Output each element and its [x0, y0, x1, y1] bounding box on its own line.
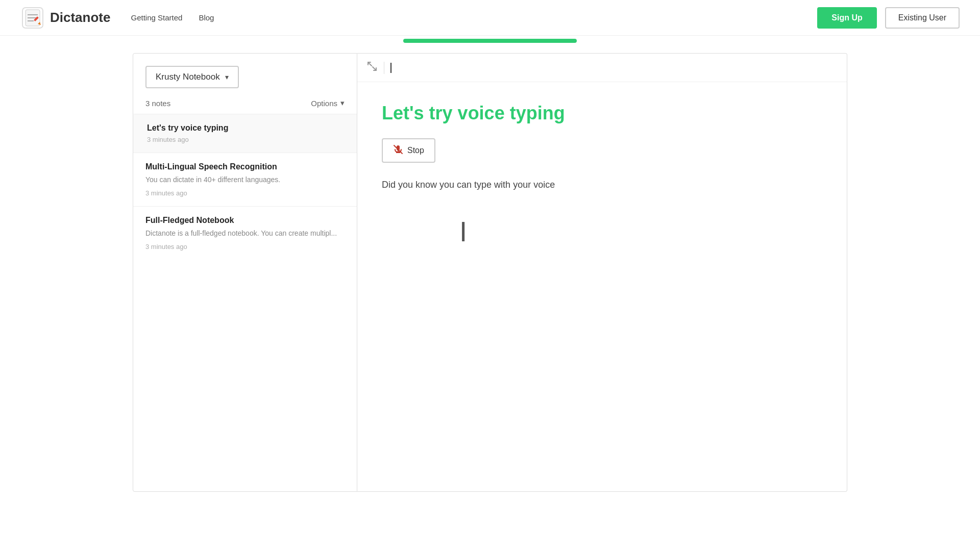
resize-icon[interactable]: [366, 61, 378, 74]
notebook-selector[interactable]: Krusty Notebook ▾: [145, 66, 239, 88]
main-header: Dictanote Getting Started Blog Sign Up E…: [0, 0, 980, 36]
cursor-blink: [390, 63, 391, 73]
note-title-1: Let's try voice typing: [147, 123, 345, 133]
main-layout: Krusty Notebook ▾ 3 notes Options ▾ Let'…: [133, 53, 847, 492]
header-right: Sign Up Existing User: [817, 7, 960, 29]
sidebar-meta: 3 notes Options ▾: [133, 88, 357, 114]
editor-area: Let's try voice typing Stop Did you know…: [357, 53, 847, 492]
signup-button[interactable]: Sign Up: [817, 7, 876, 29]
toolbar-divider: [384, 62, 384, 74]
options-button[interactable]: Options ▾: [311, 98, 345, 108]
note-preview-3: Dictanote is a full-fledged notebook. Yo…: [145, 228, 345, 239]
svg-line-7: [368, 62, 372, 66]
editor-content[interactable]: Let's try voice typing Stop Did you know…: [357, 82, 847, 491]
note-item-3[interactable]: Full-Fledged Notebook Dictanote is a ful…: [133, 206, 357, 260]
nav-links: Getting Started Blog: [131, 13, 214, 22]
logo-icon: [20, 6, 45, 30]
nav-getting-started[interactable]: Getting Started: [131, 13, 182, 22]
logo-text: Dictanote: [50, 10, 110, 26]
note-time-2: 3 minutes ago: [145, 189, 345, 197]
green-bar-container: [0, 36, 980, 48]
nav-blog[interactable]: Blog: [199, 13, 214, 22]
notebook-dropdown-arrow: ▾: [225, 73, 229, 81]
notebook-name: Krusty Notebook: [156, 72, 220, 82]
note-title-2: Multi-Lingual Speech Recognition: [145, 162, 345, 171]
note-heading: Let's try voice typing: [382, 103, 822, 124]
options-label: Options: [311, 99, 337, 108]
note-time-1: 3 minutes ago: [147, 136, 345, 143]
options-dropdown-arrow: ▾: [340, 98, 345, 108]
stop-button[interactable]: Stop: [382, 138, 435, 163]
green-progress-bar: [403, 39, 577, 43]
stop-button-label: Stop: [407, 146, 424, 155]
editor-toolbar: [357, 54, 847, 82]
note-item-2[interactable]: Multi-Lingual Speech Recognition You can…: [133, 153, 357, 206]
sidebar-header: Krusty Notebook ▾: [133, 54, 357, 88]
logo[interactable]: Dictanote: [20, 6, 110, 30]
note-time-3: 3 minutes ago: [145, 243, 345, 251]
existing-user-button[interactable]: Existing User: [885, 7, 960, 29]
text-cursor-ibeam: ┃: [458, 223, 468, 240]
stop-mic-icon: [393, 144, 403, 157]
svg-line-8: [373, 67, 376, 70]
cursor-area: ┃: [382, 193, 822, 254]
header-left: Dictanote Getting Started Blog: [20, 6, 214, 30]
note-item-1[interactable]: Let's try voice typing 3 minutes ago: [133, 114, 357, 153]
note-body-text: Did you know you can type with your voic…: [382, 177, 822, 193]
note-preview-2: You can dictate in 40+ different languag…: [145, 174, 345, 185]
sidebar: Krusty Notebook ▾ 3 notes Options ▾ Let'…: [133, 53, 357, 492]
note-title-3: Full-Fledged Notebook: [145, 216, 345, 225]
notes-count: 3 notes: [145, 99, 170, 108]
